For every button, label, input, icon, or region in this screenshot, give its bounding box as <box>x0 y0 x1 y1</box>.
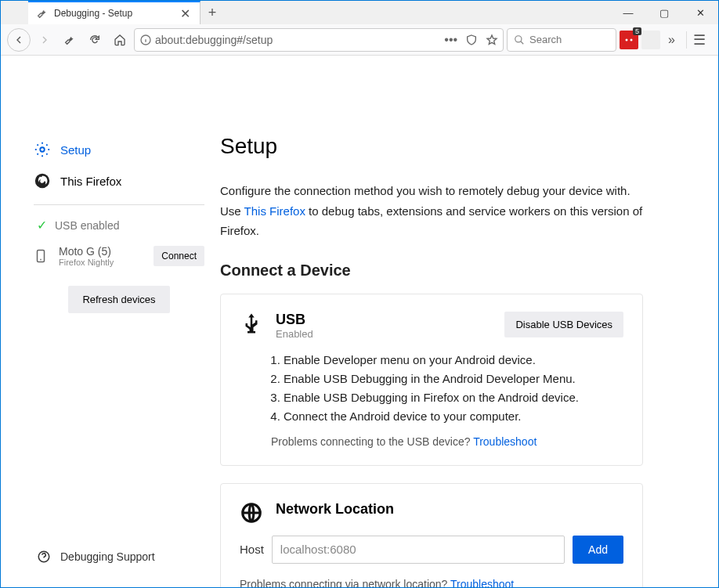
usb-troubleshoot-link[interactable]: Troubleshoot <box>473 435 537 448</box>
url-text: about:debugging#/setup <box>155 34 441 46</box>
svg-point-1 <box>515 35 522 41</box>
search-bar[interactable]: Search <box>507 28 616 52</box>
usb-title: USB <box>276 312 492 328</box>
connect-button[interactable]: Connect <box>154 246 204 266</box>
usb-step: Enable USB Debugging in the Android Deve… <box>284 370 623 388</box>
host-row: Host Add <box>240 536 623 564</box>
extension-icon[interactable] <box>641 31 660 49</box>
search-placeholder: Search <box>529 34 562 45</box>
sidebar-label-setup: Setup <box>60 143 91 157</box>
device-subtitle: Firefox Nightly <box>59 258 146 267</box>
close-window-button[interactable]: ✕ <box>682 1 718 24</box>
network-title: Network Location <box>276 501 623 518</box>
wrench-icon <box>36 7 49 20</box>
debugging-support-link: Debugging Support <box>60 550 155 563</box>
network-card: Network Location Host Add Problems conne… <box>220 483 643 588</box>
host-input[interactable] <box>272 536 565 564</box>
sidebar-item-setup[interactable]: Setup <box>34 134 204 165</box>
tab-title: Debugging - Setup <box>54 8 177 19</box>
svg-point-3 <box>630 38 633 41</box>
page-title: Setup <box>220 134 643 159</box>
page-content: Setup This Firefox ✓ USB enabled Moto G … <box>1 56 718 587</box>
browser-tab[interactable]: Debugging - Setup ✕ <box>28 1 201 24</box>
help-icon <box>37 550 51 564</box>
usb-step: Enable Developer menu on your Android de… <box>284 351 623 370</box>
refresh-devices-button[interactable]: Refresh devices <box>68 286 169 313</box>
dev-tools-icon[interactable] <box>59 29 81 51</box>
gear-icon <box>34 141 51 158</box>
check-icon: ✓ <box>37 218 47 233</box>
tracking-shield-icon[interactable] <box>465 34 478 46</box>
page-description: Configure the connection method you wish… <box>220 181 643 241</box>
sidebar-label-this-firefox: This Firefox <box>60 175 121 188</box>
usb-icon <box>240 312 263 335</box>
svg-point-4 <box>40 147 45 152</box>
sidebar: Setup This Firefox ✓ USB enabled Moto G … <box>1 134 220 587</box>
this-firefox-link[interactable]: This Firefox <box>244 204 305 218</box>
usb-status-text: USB enabled <box>55 219 120 232</box>
usb-status: ✓ USB enabled <box>34 218 204 233</box>
device-name: Moto G (5) <box>59 245 146 258</box>
close-tab-icon[interactable]: ✕ <box>177 6 193 21</box>
host-label: Host <box>240 543 264 556</box>
usb-step: Connect the Android device to your compu… <box>284 407 623 426</box>
sidebar-divider <box>34 204 204 205</box>
usb-card: USB Enabled Disable USB Devices Enable D… <box>220 294 643 466</box>
firefox-icon <box>34 172 51 189</box>
extension-badge-icon[interactable] <box>620 31 638 49</box>
url-bar[interactable]: about:debugging#/setup ••• <box>134 28 504 52</box>
home-button[interactable] <box>109 29 131 51</box>
new-tab-button[interactable]: + <box>201 1 224 24</box>
page-actions-icon[interactable]: ••• <box>444 33 457 47</box>
usb-status-label: Enabled <box>276 328 492 340</box>
phone-icon <box>34 247 51 265</box>
usb-step: Enable USB Debugging in Firefox on the A… <box>284 388 623 407</box>
window-controls: — ▢ ✕ <box>610 1 718 24</box>
browser-toolbar: about:debugging#/setup ••• Search » ☰ <box>1 24 718 56</box>
maximize-button[interactable]: ▢ <box>646 1 682 24</box>
window-titlebar: Debugging - Setup ✕ + — ▢ ✕ <box>1 1 718 24</box>
add-host-button[interactable]: Add <box>573 536 623 564</box>
forward-button[interactable] <box>34 29 56 51</box>
disable-usb-button[interactable]: Disable USB Devices <box>504 312 623 337</box>
svg-point-2 <box>626 38 628 41</box>
network-troubleshoot-link[interactable]: Troubleshoot <box>450 578 514 588</box>
bookmark-star-icon[interactable] <box>486 34 498 46</box>
sidebar-item-this-firefox[interactable]: This Firefox <box>34 165 204 197</box>
usb-troubleshoot: Problems connecting to the USB device? T… <box>240 435 623 448</box>
hamburger-menu-icon[interactable]: ☰ <box>686 31 712 49</box>
device-row: Moto G (5) Firefox Nightly Connect <box>34 245 204 267</box>
connect-device-heading: Connect a Device <box>220 262 643 280</box>
globe-icon <box>240 501 263 525</box>
overflow-menu-icon[interactable]: » <box>663 33 680 47</box>
main-content: Setup Configure the connection method yo… <box>220 134 674 587</box>
usb-steps-list: Enable Developer menu on your Android de… <box>240 351 623 426</box>
sidebar-footer[interactable]: Debugging Support <box>34 534 204 587</box>
minimize-button[interactable]: — <box>610 1 646 24</box>
back-button[interactable] <box>7 28 31 52</box>
reload-button[interactable] <box>84 29 106 51</box>
network-troubleshoot: Problems connecting via network location… <box>240 578 623 588</box>
site-info-icon[interactable] <box>139 34 152 46</box>
